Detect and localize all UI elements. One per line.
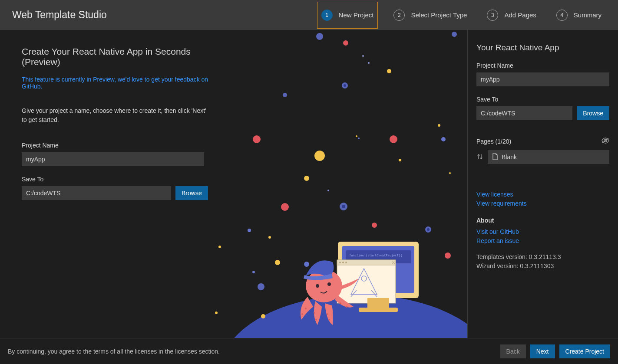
step-new-project[interactable]: 1 New Project — [317, 2, 378, 29]
visit-github-link[interactable]: Visit our GitHub — [476, 227, 609, 236]
svg-point-56 — [315, 319, 317, 321]
step-label: New Project — [339, 11, 374, 19]
svg-point-24 — [427, 228, 430, 231]
svg-point-2 — [316, 33, 323, 40]
svg-point-20 — [342, 205, 345, 208]
svg-point-43 — [342, 262, 344, 263]
svg-point-29 — [258, 283, 264, 290]
step-number: 3 — [487, 10, 498, 21]
page-title: Create Your React Native App in Seconds … — [22, 46, 208, 67]
step-summary[interactable]: 4 Summary — [552, 2, 606, 29]
svg-point-54 — [301, 313, 303, 315]
preview-feedback-link[interactable]: This feature is currently in Preview, we… — [22, 76, 208, 90]
svg-point-51 — [304, 262, 309, 267]
svg-point-35 — [449, 172, 451, 174]
step-select-project-type[interactable]: 2 Select Project Type — [389, 2, 471, 29]
svg-point-50 — [306, 269, 342, 302]
svg-point-8 — [344, 84, 346, 87]
svg-point-5 — [362, 55, 364, 57]
footer-actions: Back Next Create Project — [500, 344, 610, 358]
browse-button[interactable]: Browse — [175, 186, 208, 200]
svg-point-10 — [438, 124, 440, 127]
wizard-version: Wizard version: 0.3.2111303 — [476, 262, 609, 271]
svg-point-23 — [425, 226, 431, 233]
project-name-input[interactable] — [22, 152, 204, 166]
report-issue-link[interactable]: Report an issue — [476, 236, 609, 246]
svg-rect-38 — [346, 250, 411, 263]
svg-point-7 — [342, 82, 348, 89]
svg-point-28 — [275, 260, 280, 265]
svg-point-57 — [314, 312, 315, 314]
footer: By continuing, you agree to the terms of… — [0, 338, 618, 364]
svg-point-52 — [316, 284, 319, 288]
templates-version: Templates version: 0.3.21113.3 — [476, 253, 609, 262]
step-add-pages[interactable]: 3 Add Pages — [483, 2, 540, 29]
step-number: 4 — [556, 10, 568, 21]
svg-rect-37 — [342, 246, 414, 293]
save-to-input[interactable] — [22, 186, 171, 200]
svg-point-3 — [343, 40, 348, 46]
panel-save-to-input[interactable] — [476, 106, 572, 120]
svg-point-17 — [281, 203, 289, 211]
panel-project-name-input[interactable] — [476, 72, 609, 86]
view-licenses-link[interactable]: View licenses — [476, 190, 609, 199]
step-label: Select Project Type — [411, 11, 467, 19]
svg-point-1 — [452, 32, 457, 37]
svg-text:function (startGreatProject){: function (startGreatProject){ — [349, 254, 402, 257]
svg-point-27 — [252, 271, 255, 273]
svg-point-44 — [345, 262, 347, 263]
svg-point-32 — [218, 246, 221, 248]
footer-legal: By continuing, you agree to the terms of… — [8, 348, 500, 355]
body: Create Your React Native App in Seconds … — [0, 30, 618, 338]
step-label: Summary — [574, 11, 601, 19]
view-requirements-link[interactable]: View requirements — [476, 199, 609, 208]
page-item[interactable]: Blank — [488, 150, 609, 164]
svg-point-53 — [327, 282, 331, 286]
visibility-toggle-icon[interactable] — [601, 138, 609, 145]
svg-point-9 — [253, 135, 261, 143]
svg-point-42 — [339, 262, 341, 263]
svg-point-6 — [283, 93, 287, 97]
svg-point-30 — [215, 312, 218, 314]
svg-rect-40 — [337, 260, 396, 303]
page-item-label: Blank — [502, 154, 517, 161]
page-row: Blank — [476, 150, 609, 164]
project-name-label: Project Name — [22, 142, 208, 149]
svg-point-11 — [390, 135, 397, 143]
svg-point-19 — [340, 203, 347, 210]
step-label: Add Pages — [504, 11, 536, 19]
next-button[interactable]: Next — [530, 344, 555, 358]
svg-point-59 — [327, 313, 328, 315]
reorder-icon[interactable] — [476, 153, 483, 161]
panel-browse-button[interactable]: Browse — [577, 106, 609, 120]
pages-count: Pages (1/20) — [476, 138, 511, 145]
svg-point-18 — [304, 176, 309, 181]
svg-rect-49 — [359, 308, 398, 312]
detail-panel: Your React Native App Project Name Save … — [468, 30, 618, 338]
svg-point-55 — [305, 308, 307, 309]
back-button[interactable]: Back — [500, 344, 526, 358]
create-project-button[interactable]: Create Project — [559, 344, 610, 358]
about-heading: About — [476, 217, 609, 224]
svg-point-26 — [372, 223, 377, 228]
svg-point-25 — [445, 253, 451, 259]
main: Create Your React Native App in Seconds … — [0, 30, 468, 338]
pages-header: Pages (1/20) — [476, 138, 609, 145]
svg-rect-36 — [338, 242, 419, 298]
svg-point-47 — [361, 276, 367, 281]
step-number: 1 — [321, 10, 333, 21]
svg-point-61 — [340, 302, 341, 304]
svg-point-31 — [261, 314, 265, 318]
header: Web Template Studio 1 New Project 2 Sele… — [0, 0, 618, 30]
svg-line-45 — [392, 261, 395, 264]
file-icon — [492, 153, 498, 161]
panel-title: Your React Native App — [476, 43, 609, 52]
svg-point-4 — [387, 69, 391, 73]
svg-point-15 — [356, 135, 357, 137]
step-number: 2 — [393, 10, 405, 21]
svg-rect-48 — [367, 298, 389, 308]
app-title: Web Template Studio — [12, 9, 317, 21]
svg-point-60 — [346, 306, 347, 308]
instruction-text: Give your project a name, choose where t… — [22, 106, 208, 125]
svg-point-21 — [268, 236, 271, 239]
